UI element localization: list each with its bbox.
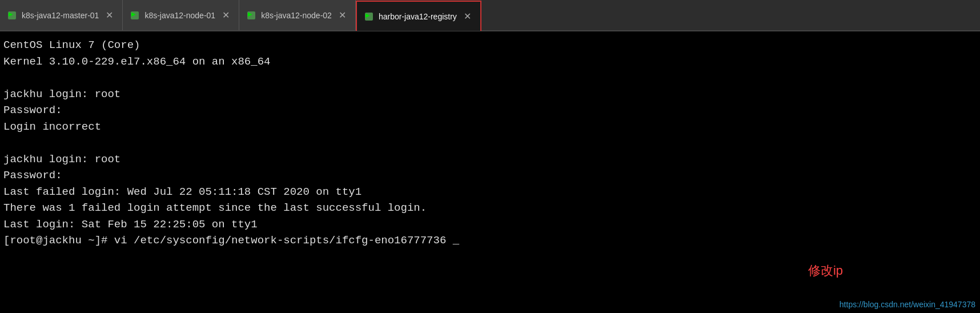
- tab-k8s-node01[interactable]: k8s-java12-node-01 ✕: [123, 0, 239, 30]
- terminal-line: Password:: [3, 102, 977, 119]
- terminal-icon: [364, 11, 374, 22]
- terminal-line-empty: [3, 135, 977, 151]
- terminal-icon: [7, 10, 17, 21]
- terminal-icon: [130, 10, 140, 21]
- terminal-line: CentOS Linux 7 (Core): [3, 37, 977, 54]
- terminal-line-empty: [3, 70, 977, 86]
- tab-k8s-master[interactable]: k8s-java12-master-01 ✕: [0, 0, 123, 30]
- tab-k8s-node01-close[interactable]: ✕: [220, 9, 232, 22]
- terminal-line: jackhu login: root: [3, 86, 977, 103]
- annotation-text: 修改ip: [808, 261, 843, 280]
- tab-k8s-master-label: k8s-java12-master-01: [22, 11, 99, 20]
- tab-harbor[interactable]: harbor-java12-registry ✕: [356, 1, 481, 31]
- terminal-line: Password:: [3, 167, 977, 184]
- terminal-icon: [246, 10, 256, 21]
- terminal-line: Last login: Sat Feb 15 22:25:05 on tty1: [3, 216, 977, 233]
- terminal-line-prompt: [root@jackhu ~]# vi /etc/sysconfig/netwo…: [3, 232, 977, 249]
- terminal-area[interactable]: CentOS Linux 7 (Core) Kernel 3.10.0-229.…: [0, 31, 980, 313]
- tab-k8s-master-close[interactable]: ✕: [103, 9, 115, 22]
- tab-bar: k8s-java12-master-01 ✕ k8s-java12-node-0…: [0, 0, 980, 31]
- terminal-line: Kernel 3.10.0-229.el7.x86_64 on an x86_6…: [3, 54, 977, 70]
- tab-k8s-node01-label: k8s-java12-node-01: [144, 11, 215, 20]
- tab-k8s-node02[interactable]: k8s-java12-node-02 ✕: [239, 0, 356, 30]
- terminal-line: There was 1 failed login attempt since t…: [3, 200, 977, 216]
- terminal-line: Login incorrect: [3, 119, 977, 135]
- statusbar-url: https://blog.csdn.net/weixin_41947378: [835, 296, 980, 313]
- tab-harbor-close[interactable]: ✕: [461, 10, 473, 23]
- tab-harbor-label: harbor-java12-registry: [379, 12, 457, 21]
- tab-k8s-node02-close[interactable]: ✕: [336, 9, 348, 22]
- terminal-line: Last failed login: Wed Jul 22 05:11:18 C…: [3, 184, 977, 200]
- terminal-line: jackhu login: root: [3, 151, 977, 168]
- tab-k8s-node02-label: k8s-java12-node-02: [261, 11, 332, 20]
